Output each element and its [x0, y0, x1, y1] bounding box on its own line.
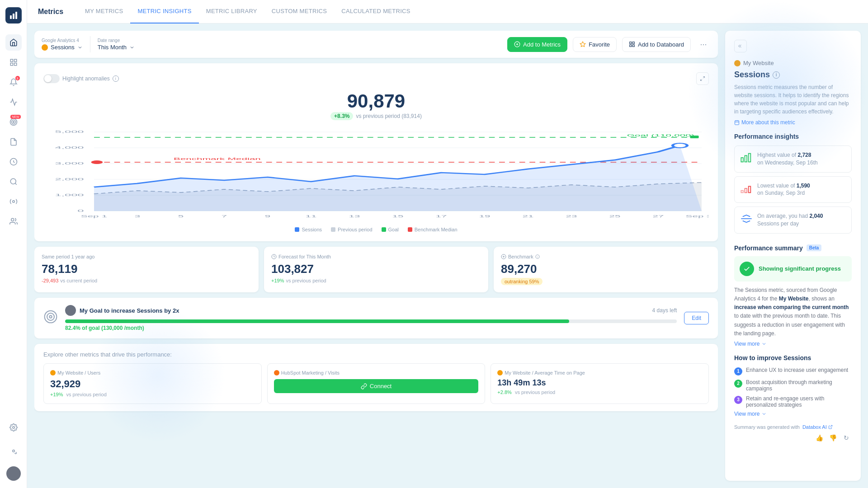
- sidebar-item-settings[interactable]: [5, 443, 22, 459]
- stat-forecast-change-value: +19%: [271, 278, 284, 283]
- connect-icon: [361, 383, 367, 389]
- star-icon: [580, 41, 586, 47]
- explore-users-change-value: +19%: [50, 392, 63, 397]
- connect-button[interactable]: Connect: [274, 379, 479, 393]
- performance-insights: Performance insights Highest value of 2,…: [734, 133, 852, 237]
- sidebar-item-scorecard[interactable]: [5, 154, 22, 170]
- metric-select[interactable]: Sessions: [42, 44, 83, 51]
- connect-label: Connect: [370, 383, 392, 389]
- calendar-icon: [734, 120, 740, 125]
- legend-sessions-label: Sessions: [302, 227, 322, 232]
- chart-card: Highlight anomalies i 90,879 +8.3% vs pr…: [34, 63, 718, 241]
- chart-legend: Sessions Previous period Goal Bench: [43, 227, 709, 232]
- goal-percent-label: 82.4% of goal (130,000 /month): [65, 325, 677, 331]
- tab-calculated-metrics[interactable]: CALCULATED METRICS: [334, 0, 418, 23]
- svg-text:9: 9: [265, 215, 270, 218]
- collapse-button[interactable]: [734, 40, 747, 52]
- view-more-improve-button[interactable]: View more: [734, 411, 852, 417]
- explore-avg-time-change-value: +2.8%: [497, 389, 512, 395]
- tab-metric-insights[interactable]: METRIC INSIGHTS: [130, 0, 198, 23]
- sidebar-item-dashboard[interactable]: [5, 54, 22, 70]
- sidebar-item-reports[interactable]: [5, 134, 22, 150]
- toggle-control[interactable]: [43, 74, 60, 83]
- sidebar-item-home[interactable]: [5, 34, 22, 51]
- favorite-button[interactable]: Favorite: [573, 37, 617, 52]
- goal-card: My Goal to increase Sessions by 2x 4 day…: [34, 298, 718, 338]
- svg-text:Sep 30: Sep 30: [686, 215, 709, 218]
- svg-point-8: [11, 120, 15, 124]
- sidebar-item-settings-profile[interactable]: [5, 419, 22, 436]
- source-filter-label: Google Analytics 4: [42, 38, 83, 43]
- performance-insights-title: Performance insights: [734, 133, 852, 140]
- svg-text:Goal (110,000): Goal (110,000): [627, 134, 694, 137]
- tab-metric-library[interactable]: METRIC LIBRARY: [199, 0, 264, 23]
- sidebar-item-search[interactable]: [5, 174, 22, 190]
- goal-edit-button[interactable]: Edit: [684, 312, 709, 324]
- insight-average: On average, you had 2,040 Sessions per d…: [734, 206, 852, 234]
- sidebar-item-integrations[interactable]: [5, 193, 22, 210]
- svg-text:5: 5: [178, 215, 184, 218]
- view-more-button[interactable]: View more: [734, 341, 852, 347]
- insight-highest: Highest value of 2,728 on Wednesday, Sep…: [734, 145, 852, 173]
- tab-my-metrics[interactable]: MY METRICS: [78, 0, 130, 23]
- svg-point-69: [47, 313, 54, 320]
- svg-rect-21: [630, 42, 632, 44]
- expand-icon: [700, 76, 705, 81]
- date-range-select[interactable]: This Month: [98, 44, 135, 51]
- benchmark-info-icon[interactable]: [535, 254, 540, 259]
- legend-previous-dot: [331, 227, 335, 232]
- svg-rect-80: [749, 186, 751, 192]
- sidebar-item-metrics[interactable]: [5, 94, 22, 110]
- svg-rect-77: [749, 154, 751, 162]
- metric-select-chevron: [77, 45, 83, 50]
- svg-rect-71: [735, 121, 739, 125]
- svg-line-25: [703, 77, 705, 79]
- tab-custom-metrics[interactable]: CUSTOM METRICS: [264, 0, 334, 23]
- more-options-button[interactable]: ···: [696, 37, 711, 52]
- date-range-value: This Month: [98, 44, 127, 51]
- add-to-metrics-button[interactable]: Add to Metrics: [507, 37, 567, 52]
- toggle-info-icon[interactable]: i: [113, 75, 119, 82]
- anomalies-toggle[interactable]: Highlight anomalies i: [43, 74, 119, 83]
- add-to-databoard-button[interactable]: Add to Databoard: [622, 37, 691, 52]
- explore-card-users: My Website / Users 32,929 +19% vs previo…: [43, 363, 262, 404]
- metric-info-icon[interactable]: i: [773, 71, 780, 79]
- stat-forecast-vs: vs previous period: [286, 278, 326, 283]
- learn-more-link[interactable]: More about this metric: [734, 119, 852, 126]
- insight-lowest-text: Lowest value of 1,590 on Sunday, Sep 3rd: [757, 182, 810, 197]
- legend-benchmark-dot: [408, 227, 412, 232]
- svg-rect-1: [13, 14, 14, 19]
- sidebar-item-alerts[interactable]: 9: [5, 74, 22, 90]
- explore-title: Explore other metrics that drive this pe…: [43, 351, 709, 358]
- chevron-down-icon: [761, 341, 767, 347]
- svg-point-44: [91, 160, 103, 164]
- databox-ai-link[interactable]: Databox AI: [802, 424, 833, 430]
- sidebar-item-goals[interactable]: NEW: [5, 114, 22, 130]
- thumbs-up-button[interactable]: 👍: [814, 432, 825, 443]
- thumbs-down-button[interactable]: 👎: [827, 432, 838, 443]
- svg-text:3,000: 3,000: [55, 161, 84, 165]
- stat-year-ago-vs: vs current period: [60, 278, 97, 283]
- sidebar-item-team[interactable]: [5, 213, 22, 230]
- svg-text:4,000: 4,000: [55, 145, 84, 150]
- explore-users-source-label: My Website / Users: [57, 370, 100, 375]
- performance-summary-title: Performance summary: [734, 244, 803, 252]
- stat-year-ago-label: Same period 1 year ago: [42, 254, 251, 259]
- chart-expand-button[interactable]: [696, 72, 709, 85]
- svg-line-12: [15, 183, 16, 184]
- website-name-label: My Website: [743, 60, 774, 66]
- svg-text:23: 23: [566, 215, 577, 218]
- filters-bar: Google Analytics 4 Sessions Date range T…: [34, 31, 718, 58]
- user-avatar[interactable]: [6, 466, 21, 481]
- svg-rect-5: [14, 63, 16, 66]
- svg-point-70: [49, 315, 52, 318]
- nav-tabs: MY METRICS METRIC INSIGHTS METRIC LIBRAR…: [78, 0, 418, 23]
- refresh-button[interactable]: ↻: [841, 432, 852, 443]
- svg-point-13: [12, 201, 14, 203]
- goals-badge: NEW: [10, 115, 20, 119]
- svg-rect-79: [745, 188, 747, 192]
- app-logo[interactable]: [5, 7, 22, 23]
- collapse-icon: [738, 43, 743, 49]
- svg-point-16: [12, 450, 14, 452]
- highest-icon: [740, 151, 753, 164]
